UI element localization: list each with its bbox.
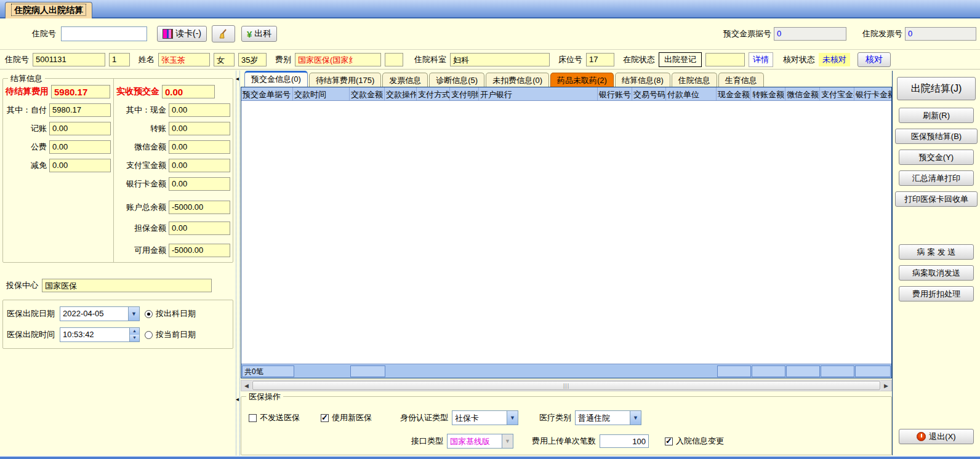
tab-diagnosis-info[interactable]: 诊断信息(5) [429,73,484,87]
check-button[interactable]: 核对 [857,52,891,67]
window-title-tab[interactable]: 住院病人出院结算 [5,2,92,18]
refresh-button[interactable]: 刷新(R) [899,108,974,123]
scroll-right-icon[interactable]: ▶ [881,380,891,391]
prepaid-button[interactable]: 预交金(Y) [899,150,974,165]
splitter-collapse-icon[interactable]: ◂ [236,396,239,402]
read-card-button[interactable]: 读卡(-) [157,26,207,42]
tab-unclaimed-drugs[interactable]: 药品未取药(2) [550,73,614,87]
checkbox-use-new-insurance[interactable]: 使用新医保 [321,412,372,423]
summary-cell [786,365,820,377]
panel-splitter[interactable]: ◂ ◂ [236,71,240,455]
chevron-down-icon[interactable]: ▼ [128,307,139,321]
radio-by-dept-date[interactable]: 按出科日期 [145,308,196,319]
insure-date-value: 2022-04-05 [60,307,128,321]
record-cancel-send-button[interactable]: 病案取消发送 [899,265,974,281]
tab-admission-info[interactable]: 住院信息 [672,73,717,87]
discharge-dept-label: 出科 [254,28,271,39]
insure-date-group: 医保出院日期 2022-04-05 ▼ 按出科日期 医保出院时间 10:53:4… [2,300,233,349]
col-header[interactable]: 交款操作 [385,87,417,100]
checkbox-icon [249,414,257,422]
spinner-arrows-icon[interactable]: ▲▼ [129,328,139,341]
balance-value: -5000.00 [169,201,230,214]
window-bottom-border [0,456,980,459]
admission-no-input[interactable] [61,26,147,41]
tab-maternity-info[interactable]: 生育信息 [718,73,764,87]
discharge-settle-button[interactable]: 出院结算(J) [897,77,976,100]
auth-type-combobox[interactable]: 社保卡 ▼ [452,410,518,425]
patient-visit-times: 1 [109,53,130,66]
scroll-left-icon[interactable]: ◀ [241,380,252,391]
insurance-ops-group: 医保操作 不发送医保 使用新医保 身份认证类型 社保卡 ▼ 医疗类别 普通住院 [241,396,892,455]
summary-cell [717,365,751,377]
splitter-collapse-icon[interactable]: ◂ [236,76,239,82]
pending-fee-value: 5980.17 [51,85,110,98]
tab-invoice-info[interactable]: 发票信息 [382,73,428,87]
tab-prepaid-info[interactable]: 预交金信息(0) [244,71,308,87]
col-header[interactable]: 银行账号 [598,87,632,100]
alipay-value: 0.00 [169,159,230,172]
col-header[interactable]: 交易号码 [632,87,666,100]
radio-by-current-date[interactable]: 按当前日期 [145,329,196,340]
col-header[interactable]: 现金金额 [717,87,751,100]
col-header[interactable]: 开户银行 [479,87,598,100]
patient-admission-label: 住院号 [5,54,29,65]
print-card-recycle-button[interactable]: 打印医保卡回收单 [895,191,978,207]
auth-type-label: 身份认证类型 [400,412,448,423]
col-header[interactable]: 支付方式 [417,87,450,100]
col-header[interactable]: 预交金单据号 [241,87,293,100]
insure-date-combobox[interactable]: 2022-04-05 ▼ [60,306,140,321]
status-value: 出院登记 [659,52,702,67]
table-header-row: 预交金单据号 交款时间 交款金额 交款操作 支付方式 支付明细 开户银行 银行账… [241,87,891,101]
patient-admission-no: 5001131 [33,53,105,66]
col-header[interactable]: 付款单位 [666,87,717,100]
col-header[interactable]: 银行卡金额 [854,87,891,100]
dept-field: 妇科 [450,53,550,66]
insurance-presettle-button[interactable]: 医保预结算(B) [895,129,978,144]
check-status-label: 核对状态 [783,54,815,65]
chevron-down-icon[interactable]: ▼ [507,411,518,425]
tab-pending-fees[interactable]: 待结算费用(175) [309,73,381,87]
transfer-value: 0.00 [169,122,230,135]
tab-undeducted-info[interactable]: 未扣费信息(0) [486,73,549,87]
summary-cell [350,365,385,377]
col-header[interactable]: 交款金额 [350,87,385,100]
interface-type-label: 接口类型 [411,436,443,447]
insurance-ops-title: 医保操作 [246,391,283,402]
checkbox-no-send-insurance[interactable]: 不发送医保 [249,412,300,423]
summary-cell [821,365,854,377]
chevron-down-icon[interactable]: ▼ [630,411,641,425]
horizontal-scrollbar[interactable]: ◀ ||| ▶ [241,380,892,391]
guarantee-label: 担保金额 [134,223,166,234]
exit-label: 退出(X) [929,431,955,442]
tab-settlement-info[interactable]: 结算信息(8) [615,73,670,87]
col-header[interactable]: 微信金额 [785,87,820,100]
record-send-button[interactable]: 病 案 发 送 [899,244,974,260]
exit-button[interactable]: 退出(X) [899,429,974,444]
discharge-dept-button[interactable]: ¥ 出科 [241,26,277,42]
detail-link[interactable]: 详情 [749,52,773,67]
insure-time-spinner[interactable]: 10:53:42 ▲▼ [60,327,140,342]
clear-button[interactable] [212,25,235,42]
col-header[interactable]: 转账金额 [751,87,785,100]
interface-type-value: 国家基线版 [448,434,502,448]
upload-count-input[interactable] [600,434,649,448]
mdi-tab-bar: 住院病人出院结算 [0,0,980,18]
center-panel: 预交金信息(0) 待结算费用(175) 发票信息 诊断信息(5) 未扣费信息(0… [241,71,892,455]
fee-discount-button[interactable]: 费用折扣处理 [899,286,974,301]
col-header[interactable]: 支付明细 [450,87,479,100]
summary-print-button[interactable]: 汇总清单打印 [899,170,974,186]
bankcard-label: 银行卡金额 [126,178,166,190]
medical-type-combobox[interactable]: 普通住院 ▼ [575,410,641,425]
insure-time-value: 10:53:42 [60,328,129,341]
received-prepaid-label: 实收预交金 [116,86,159,97]
table-body-empty[interactable] [241,101,891,364]
table-summary-row: 共0笔 [241,364,891,378]
power-icon [917,432,926,441]
action-button-column: 出院结算(J) 刷新(R) 医保预结算(B) 预交金(Y) 汇总清单打印 打印医… [892,71,980,455]
checkbox-admission-change[interactable]: 入院信息变更 [665,436,724,447]
scrollbar-thumb[interactable]: ||| [252,381,880,390]
check-status-badge: 未核对 [819,53,850,66]
col-header[interactable]: 支付宝金额 [820,87,854,100]
col-header[interactable]: 交款时间 [293,87,350,100]
no-send-insurance-label: 不发送医保 [260,412,300,423]
